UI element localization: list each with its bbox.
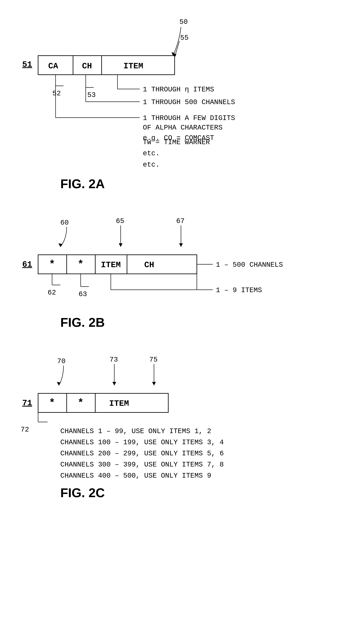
fig2b-section: 60 65 67 61 * * ITEM CH 62 63 bbox=[13, 210, 351, 330]
cell-ca: CA bbox=[48, 62, 58, 71]
fig2a-extra-text: TW = TIME WARNER etc. etc. bbox=[143, 137, 351, 170]
annot-2c-1: CHANNELS 1 – 99, USE ONLY ITEMS 1, 2 bbox=[60, 427, 211, 435]
annot-2c-2: CHANNELS 100 – 199, USE ONLY ITEMS 3, 4 bbox=[60, 438, 224, 446]
ref-75: 75 bbox=[149, 356, 158, 364]
cell-ch: CH bbox=[82, 62, 92, 71]
ref-53: 53 bbox=[87, 91, 96, 99]
fig2b-diagram: 60 65 67 61 * * ITEM CH 62 63 bbox=[13, 210, 346, 322]
ref-50: 50 bbox=[180, 18, 188, 26]
annot-ad: TW = TIME WARNER bbox=[143, 137, 351, 148]
svg-marker-36 bbox=[152, 382, 156, 385]
annot-2c-3: CHANNELS 200 – 299, USE ONLY ITEMS 5, 6 bbox=[60, 450, 224, 458]
ref-67: 67 bbox=[176, 217, 184, 225]
svg-marker-19 bbox=[179, 243, 183, 247]
annot-item-1: 1 THROUGH η ITEMS bbox=[143, 86, 214, 93]
annot-ch-2b: 1 – 500 CHANNELS bbox=[216, 261, 283, 269]
annot-ca-2: OF ALPHA CHARACTERS bbox=[143, 124, 222, 132]
cell-star1-2c: * bbox=[49, 397, 55, 409]
svg-marker-18 bbox=[119, 243, 122, 247]
svg-marker-35 bbox=[112, 382, 116, 385]
svg-rect-0 bbox=[38, 56, 174, 75]
fig2c-title: FIG. 2C bbox=[60, 486, 140, 500]
fig2a-diagram: 51 CA CH ITEM 50 55 52 53 bbox=[13, 10, 346, 146]
fig2c-diagram: 70 73 75 71 * * ITEM 72 CHANNELS 1 – 99,… bbox=[13, 349, 346, 492]
ref-63: 63 bbox=[78, 290, 87, 298]
cell-star2: * bbox=[78, 259, 84, 270]
cell-item-2c: ITEM bbox=[109, 399, 129, 408]
annot-2c-4: CHANNELS 300 – 399, USE ONLY ITEMS 7, 8 bbox=[60, 461, 224, 469]
annot-2c-5: CHANNELS 400 – 500, USE ONLY ITEMS 9 bbox=[60, 472, 211, 480]
annot-tw: etc. bbox=[143, 148, 351, 159]
ref-72: 72 bbox=[21, 426, 29, 434]
ref-71: 71 bbox=[22, 398, 32, 408]
cell-star2-2c: * bbox=[78, 397, 84, 409]
ref-65: 65 bbox=[116, 217, 124, 225]
ref-60: 60 bbox=[60, 219, 69, 227]
ref-61: 61 bbox=[22, 260, 32, 269]
svg-rect-37 bbox=[38, 393, 168, 412]
cell-ch-2b: CH bbox=[144, 260, 154, 270]
ref-73: 73 bbox=[110, 356, 118, 364]
ref-70: 70 bbox=[57, 357, 66, 365]
annot-item-2b: 1 – 9 ITEMS bbox=[216, 286, 262, 294]
ref-52: 52 bbox=[52, 90, 61, 97]
fig2a-section: 51 CA CH ITEM 50 55 52 53 bbox=[13, 10, 351, 191]
annot-etc: etc. bbox=[143, 159, 351, 170]
annot-ca-1: 1 THROUGH A FEW DIGITS bbox=[143, 114, 235, 122]
annot-ch-1: 1 THROUGH 500 CHANNELS bbox=[143, 98, 235, 106]
ref-62: 62 bbox=[48, 289, 56, 297]
ref-51: 51 bbox=[22, 60, 32, 69]
fig2a-title: FIG. 2A bbox=[60, 176, 140, 191]
fig2c-section: 70 73 75 71 * * ITEM 72 CHANNELS 1 – 99,… bbox=[13, 349, 351, 500]
ref-55: 55 bbox=[180, 34, 188, 42]
cell-star1: * bbox=[49, 259, 55, 270]
cell-item: ITEM bbox=[124, 62, 143, 71]
cell-item-2b: ITEM bbox=[101, 260, 121, 270]
fig2b-title: FIG. 2B bbox=[60, 315, 140, 330]
